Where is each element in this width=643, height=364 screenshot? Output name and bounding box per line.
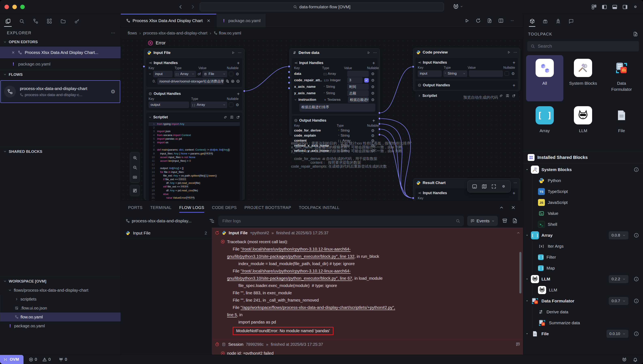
connection-handle[interactable] [378, 117, 381, 120]
docs-icon[interactable] [230, 116, 234, 119]
block-item-iter-args[interactable]: [x]Iter Args [532, 241, 643, 252]
add-handle-icon[interactable]: + [372, 118, 375, 122]
workspace-item--flow-ui-oo-json[interactable]: .flow.ui.oo.json [0, 304, 120, 312]
handle-settings-icon[interactable]: ⚙ [511, 71, 516, 76]
toolpack-card-all[interactable]: All [526, 55, 563, 101]
connection-handle[interactable] [143, 65, 145, 68]
block-item-llm[interactable]: LLM [532, 284, 643, 296]
connection-handle[interactable] [378, 128, 381, 130]
split-editor-icon[interactable] [498, 18, 504, 23]
handle-value-input[interactable]: 根据总额进行排序 [348, 97, 369, 103]
toolpack-card-data-formulator[interactable]: Data Formulator [603, 55, 640, 101]
publish-tab[interactable] [554, 16, 562, 27]
nullable-checkbox[interactable] [364, 78, 369, 82]
open-editor-item[interactable]: !package.oo.yaml [0, 58, 120, 70]
installed-group-array[interactable]: [ ]Array0.0.8 [523, 230, 643, 241]
handle-settings-icon[interactable]: ⚙ [370, 84, 375, 89]
collapse-panel-icon[interactable] [499, 205, 504, 210]
handle-value-input[interactable]: 3 [347, 77, 363, 83]
block-item-summarize-data[interactable]: Summarize data [532, 318, 643, 328]
toolpack-card-llm[interactable]: LLM [564, 102, 602, 149]
workspace-item-package-oo-yaml[interactable]: !package.oo.yaml [0, 322, 120, 330]
expand-row-icon[interactable] [148, 72, 152, 76]
minimize-window-button[interactable] [12, 5, 17, 9]
panel-tab-ports[interactable]: PORTS [128, 201, 142, 214]
handle-settings-icon[interactable]: ⚙ [370, 128, 375, 133]
panel-right-toggle-icon[interactable] [622, 4, 628, 10]
more-actions-icon[interactable]: ⋯ [111, 30, 116, 35]
node-more-icon[interactable]: ⋯ [238, 51, 242, 54]
clear-logs-button[interactable] [502, 218, 508, 224]
activity-search-button[interactable] [18, 16, 26, 27]
corgi-icon[interactable] [622, 357, 627, 362]
connection-handle[interactable] [288, 65, 290, 68]
version-select[interactable]: 0.2.2 [609, 275, 628, 283]
settings-gear-icon[interactable]: ⚙ [501, 184, 506, 189]
handle-key-input[interactable]: output [148, 102, 189, 108]
notifications-bell-icon[interactable] [633, 357, 638, 362]
block-item-typescript[interactable]: TSTypeScript [532, 186, 643, 197]
add-handle-icon[interactable]: + [237, 61, 240, 65]
run-node-icon[interactable] [507, 50, 511, 54]
remove-item-icon[interactable] [236, 80, 240, 83]
block-item-python[interactable]: Python [532, 175, 643, 186]
collapse-entry-icon[interactable] [516, 231, 520, 235]
toolpack-card-array[interactable]: [ ]Array [526, 102, 563, 149]
node-code-preview[interactable]: Code preview⋯Input Handles+KeyTypeValueN… [413, 48, 520, 91]
type-select[interactable]: [ ]Array [174, 71, 196, 77]
problems-warnings[interactable]: 0 [42, 357, 51, 362]
flow-card[interactable]: process-xlsx-data-and-display-chart proc… [0, 80, 120, 103]
flow-canvas[interactable]: Error Input File⋯Input Handles+KeyTypeVa… [121, 38, 523, 201]
handle-settings-icon[interactable]: ⚙ [370, 98, 375, 102]
maximize-window-button[interactable] [20, 5, 25, 9]
export-logs-button[interactable] [512, 218, 518, 224]
info-icon[interactable] [634, 331, 639, 336]
browse-file-icon[interactable] [226, 80, 229, 83]
handle-value-input[interactable]: 总额 [347, 90, 369, 96]
add-item-icon[interactable] [231, 80, 234, 83]
refresh-icon[interactable] [215, 231, 219, 235]
rerun-flow-icon[interactable] [476, 18, 481, 23]
close-window-button[interactable] [4, 5, 9, 9]
handle-key-input[interactable]: input [418, 70, 442, 77]
expand-row-icon[interactable] [294, 98, 297, 101]
nullable-checkbox[interactable] [504, 71, 509, 76]
panel-tab-flow-logs[interactable]: FLOW LOGS [179, 201, 204, 214]
attach-icon[interactable] [224, 116, 227, 119]
connection-handle[interactable] [412, 197, 414, 200]
handle-settings-icon[interactable]: ⚙ [370, 91, 375, 96]
toolpack-search-input[interactable] [538, 43, 636, 49]
panel-tab-toolpack-install[interactable]: TOOLPACK INSTALL [299, 201, 339, 214]
connection-handle[interactable] [378, 133, 381, 136]
export-file-icon[interactable] [487, 18, 492, 23]
add-handle-icon[interactable]: + [512, 191, 516, 195]
handle-settings-icon[interactable]: ⚙ [370, 72, 375, 76]
type-select[interactable]: [ ]Array [191, 102, 227, 108]
info-icon[interactable] [634, 167, 639, 172]
node-more-icon[interactable]: ⋯ [514, 50, 517, 54]
handle-value-input[interactable] [347, 71, 369, 77]
block-item-map[interactable]: [ ]Map [532, 263, 643, 274]
flow-settings-button[interactable]: ⚙ [110, 88, 116, 95]
tab-package-oo-yaml[interactable]: !package.oo.yaml [216, 14, 266, 27]
log-flow-selector[interactable]: process-xlsx-data-and-display... [126, 218, 205, 223]
workspace-item-flows-process-xlsx-data-and-display-chart[interactable]: flows/process-xlsx-data-and-display-char… [0, 286, 120, 295]
version-select[interactable]: 0.0.10 [606, 330, 628, 338]
run-flow-icon[interactable] [464, 18, 470, 23]
block-item-shell[interactable]: >_Shell [532, 219, 643, 230]
shared-blocks-header[interactable]: SHARED BLOCKS [0, 147, 120, 156]
connection-handle[interactable] [378, 112, 381, 114]
run-node-icon[interactable] [367, 51, 370, 54]
flows-header[interactable]: FLOWS [0, 70, 120, 79]
handle-value-input[interactable]: 时间 [347, 84, 369, 90]
add-handle-icon[interactable]: + [512, 83, 516, 87]
add-handle-icon[interactable]: + [372, 61, 375, 65]
info-icon[interactable] [634, 233, 639, 238]
llm-model-selector[interactable] [452, 3, 464, 10]
panel-bottom-icon[interactable] [472, 184, 477, 189]
connection-handle[interactable] [288, 76, 290, 79]
close-panel-icon[interactable] [511, 205, 516, 210]
problems-errors[interactable]: 0 [29, 357, 37, 362]
panel-left-toggle-icon[interactable] [602, 4, 607, 10]
node-more-icon[interactable]: ⋯ [514, 181, 517, 185]
